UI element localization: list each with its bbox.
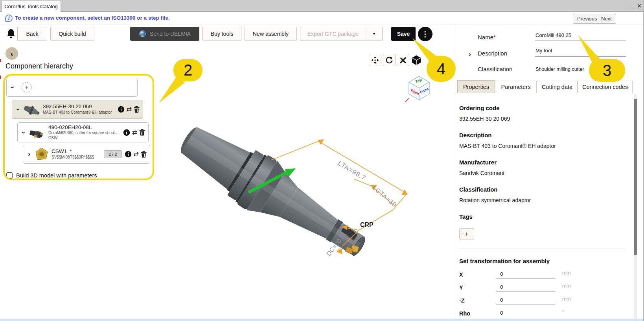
add-tag-button[interactable]: + [459,228,474,240]
transform-y-input[interactable]: 0 [500,284,503,290]
transform-y-label: Y [459,284,463,291]
build-3d-checkbox-row: Build 3D model with parameters [6,172,97,179]
caret-down-icon: ▼ [372,32,376,36]
hierarchy-row-cutter[interactable]: › 490-020EH20-08L CoroMill® 490, cutter … [17,122,149,142]
hierarchy-row-adaptor[interactable]: › 392.55EH-30 20 069 MAS-BT 403 to Corom… [12,100,143,119]
insert-count-badge[interactable]: 2 / 2 [104,150,121,158]
chevron-down-icon[interactable]: › [20,130,28,135]
section-divider [459,249,625,249]
ordering-code-label: Ordering code [459,105,500,111]
pan-view-button[interactable] [369,54,381,66]
dim-crp-label: CRP [360,221,374,228]
callout-3: 3 [589,59,625,82]
component-line3: CSW [48,136,121,141]
export-gtc-package-button[interactable]: Export GTC package [300,27,366,41]
back-button[interactable]: Back [17,27,47,41]
transform-x-unit: mm [562,270,571,276]
classification-prop-label: Classification [459,186,498,193]
transform-x-underline [496,278,555,279]
hierarchy-row-insert[interactable]: › CSW1_* SV$$MI08T3$$3R*$$$$ 2 / 2 ⇄ [23,145,150,164]
window-bottom-edge [0,319,644,321]
quick-build-button[interactable]: Quick build [50,27,94,41]
required-asterisk: * [493,34,496,41]
send-to-delmia-button[interactable]: Send to DELMIA [130,27,199,41]
tools-icon [399,56,407,64]
dim-lgta-label: LGTA=30 [371,184,398,208]
callout-2: 2 [173,59,202,81]
tags-label: Tags [459,213,473,220]
right-panel-scrollbar-thumb[interactable] [634,99,637,255]
description-expander-icon[interactable]: › [467,50,473,58]
manufacturer-value: Sandvik Coromant [459,170,504,176]
name-input[interactable]: CoroMill 490 25 [535,32,571,38]
name-label: Name* [478,34,496,41]
tool-3d-model[interactable]: LTA=98.7 LGTA=30 CRP DC=20.01 [149,114,432,271]
chevron-down-icon[interactable]: › [14,107,22,112]
pan-icon [371,56,379,64]
viewport-settings-button[interactable] [397,54,409,66]
insert-thumbnail [34,146,49,162]
transform-x-input[interactable]: 0 [500,271,503,277]
build-3d-checkbox[interactable] [6,172,13,179]
transform-rho-input[interactable]: 0 [500,310,503,316]
tab-bar-border [455,93,633,93]
tab-properties[interactable]: Properties [457,80,495,93]
transform-title: Set transformation for assembly [459,258,550,264]
add-component-button[interactable]: + [22,82,32,92]
scroll-marker [0,76,1,79]
collapse-panel-button[interactable]: ‹ [6,47,18,60]
trash-icon[interactable] [139,129,145,136]
hierarchy-root-row: › + [6,78,138,97]
callout-4: 4 [427,56,456,82]
component-subtitle: CoroMill® 490, cutter for square shoulde… [48,131,121,136]
transform-z-unit: mm [562,296,571,302]
description-prop-value: MAS-BT 403 to Coromant® EH adaptor [459,143,556,149]
export-dropdown-button[interactable]: ▼ [366,27,383,41]
manufacturer-label: Manufacturer [459,159,497,166]
transform-rho-label: Rho [459,310,470,317]
app-tab[interactable]: CoroPlus Tools Catalog [1,1,61,12]
transform-y-underline [496,291,555,291]
replace-component-icon[interactable]: ⇄ [127,106,132,113]
trash-icon[interactable] [141,151,147,158]
tab-parameters[interactable]: Parameters [495,81,537,93]
close-icon[interactable]: × [635,0,644,12]
coroplus-tools-catalog-window: CoroPlus Tools Catalog — × i To create a… [0,0,644,321]
next-button[interactable]: Next [597,14,616,24]
info-icon[interactable] [123,129,130,136]
replace-component-icon[interactable]: ⇄ [134,151,139,157]
component-title: 392.55EH-30 20 069 [43,103,115,110]
classification-value[interactable]: Shoulder milling cutter [535,66,584,72]
info-icon[interactable] [125,151,132,158]
transform-z-underline [496,304,555,304]
description-prop-label: Description [459,132,492,138]
hierarchy-title: Component hierarchy [6,62,73,70]
info-icon[interactable] [118,106,125,113]
window-tab-bar [0,0,644,12]
trash-icon[interactable] [134,106,140,113]
rotate-view-button[interactable] [383,54,396,66]
replace-component-icon[interactable]: ⇄ [132,129,137,136]
rotate-icon [385,56,393,64]
description-input[interactable]: My tool [535,48,552,54]
description-label: Description [478,50,507,57]
chevron-down-icon[interactable]: › [9,85,17,90]
tab-connection-codes[interactable]: Connection codes [578,81,633,93]
scroll-marker [0,59,1,62]
buy-tools-button[interactable]: Buy tools [202,27,241,41]
classification-label: Classification [478,66,512,72]
component-title: CSW1_* [52,148,101,155]
minimize-icon[interactable]: — [625,0,635,12]
component-subtitle: MAS-BT 403 to Coromant® EH adaptor [43,110,115,115]
transform-rho-unit: ° [562,309,564,315]
info-message: To create a new component, select an ISO… [15,15,170,21]
tab-cutting-data[interactable]: Cutting data [537,81,578,93]
transform-z-input[interactable]: 0 [500,297,503,303]
classification-prop-value: Rotation symmetrical adaptor [459,197,531,203]
transform-x-label: X [459,271,463,278]
notifications-bell-icon[interactable] [7,28,15,39]
new-assembly-button[interactable]: New assembly [245,27,297,41]
chevron-right-icon[interactable]: › [26,150,32,158]
component-title: 490-020EH20-08L [48,124,121,131]
transform-y-unit: mm [562,283,571,289]
